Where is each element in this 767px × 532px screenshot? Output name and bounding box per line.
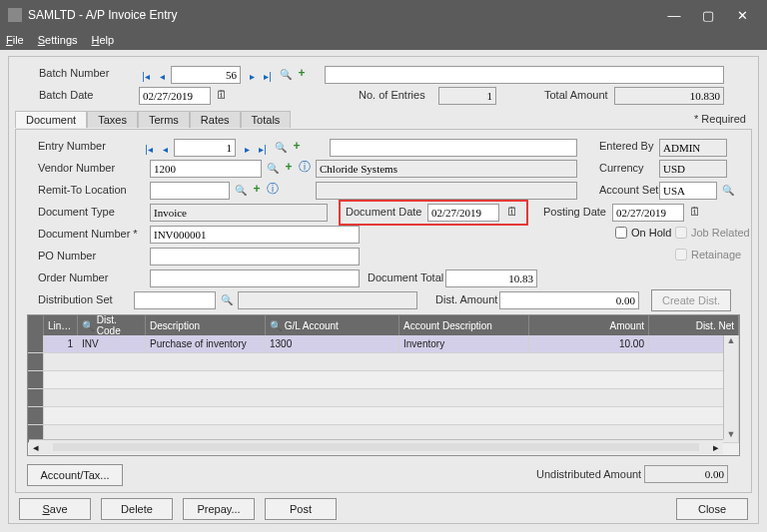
distribution-set-input[interactable]: [134, 291, 216, 309]
batch-date-calendar-icon[interactable]: 🗓: [215, 88, 229, 102]
entry-number-label: Entry Number: [38, 140, 106, 152]
grid-hscroll[interactable]: ◂▸: [29, 439, 723, 454]
grid-header: Lin… Dist. Code Description G/L Account …: [28, 315, 739, 335]
vendor-new-icon[interactable]: +: [282, 160, 296, 174]
batch-first-icon[interactable]: |◂: [139, 68, 153, 84]
search-icon: [270, 320, 282, 331]
po-number-input[interactable]: [150, 248, 360, 266]
batch-find-icon[interactable]: [279, 67, 293, 81]
account-set-label: Account Set: [599, 184, 658, 196]
entry-description-input[interactable]: [330, 139, 577, 157]
document-date-input[interactable]: [427, 204, 499, 222]
prepay-button[interactable]: Prepay...: [183, 498, 255, 520]
document-number-input[interactable]: [150, 226, 360, 244]
batch-new-icon[interactable]: +: [295, 66, 309, 80]
vendor-info-icon[interactable]: ⓘ: [298, 160, 312, 174]
total-amount-label: Total Amount: [544, 89, 608, 101]
tab-taxes[interactable]: Taxes: [87, 111, 138, 128]
currency-label: Currency: [599, 162, 644, 174]
distribution-set-label: Distribution Set: [38, 293, 113, 305]
vendor-number-input[interactable]: [150, 160, 262, 178]
entry-last-icon[interactable]: ▸|: [256, 141, 270, 157]
app-icon: [8, 8, 22, 22]
vendor-name-value: [316, 160, 577, 178]
document-date-label: Document Date: [346, 206, 421, 218]
dist-amount-input[interactable]: [499, 291, 639, 309]
tab-rates[interactable]: Rates: [190, 111, 241, 128]
maximize-button[interactable]: ▢: [691, 0, 725, 30]
batch-date-input[interactable]: [139, 87, 211, 105]
dist-amount-label: Dist. Amount: [435, 293, 497, 305]
search-icon: [82, 320, 94, 331]
main-panel: Batch Number |◂ ◂ ▸ ▸| + Batch Date 🗓 No…: [8, 56, 759, 524]
distribution-grid[interactable]: Lin… Dist. Code Description G/L Account …: [27, 314, 740, 456]
batch-number-input[interactable]: [171, 66, 241, 84]
posting-date-label: Posting Date: [543, 206, 606, 218]
retainage-checkbox: Retainage: [675, 249, 741, 261]
grid-row-1[interactable]: 1 INV Purchase of inventory 1300 Invento…: [28, 335, 739, 353]
entered-by-value: [659, 139, 727, 157]
distribution-set-find-icon[interactable]: [220, 292, 234, 306]
col-dist-net: Dist. Net: [649, 315, 739, 335]
posting-date-input[interactable]: [612, 204, 684, 222]
col-amount: Amount: [529, 315, 649, 335]
account-set-input[interactable]: [659, 182, 717, 200]
total-amount-value: [614, 87, 724, 105]
remit-to-label: Remit-To Location: [38, 184, 127, 196]
posting-date-calendar-icon[interactable]: 🗓: [688, 205, 702, 219]
vendor-number-label: Vendor Number: [38, 162, 115, 174]
tab-terms[interactable]: Terms: [138, 111, 190, 128]
save-button[interactable]: SSaveave: [19, 498, 91, 520]
order-number-label: Order Number: [38, 271, 108, 283]
delete-button[interactable]: Delete: [101, 498, 173, 520]
document-type-value[interactable]: [150, 204, 328, 222]
account-tax-button[interactable]: Account/Tax...: [27, 464, 123, 486]
required-label: * Required: [694, 113, 746, 125]
remit-to-input[interactable]: [150, 182, 230, 200]
batch-number-label: Batch Number: [39, 67, 109, 79]
tab-strip: Document Taxes Terms Rates Totals: [15, 111, 291, 128]
on-hold-checkbox[interactable]: On Hold: [615, 227, 671, 239]
entry-first-icon[interactable]: |◂: [142, 141, 156, 157]
batch-next-icon[interactable]: ▸: [245, 68, 259, 84]
document-total-input[interactable]: [445, 269, 537, 287]
entry-number-input[interactable]: [174, 139, 236, 157]
col-gl-account: G/L Account: [266, 315, 399, 335]
document-total-label: Document Total: [368, 271, 443, 283]
batch-date-label: Batch Date: [39, 89, 93, 101]
col-account-description: Account Description: [399, 315, 529, 335]
account-set-find-icon[interactable]: [721, 183, 735, 197]
po-number-label: PO Number: [38, 250, 96, 262]
close-window-button[interactable]: ✕: [725, 0, 759, 30]
remit-info-icon[interactable]: ⓘ: [266, 182, 280, 196]
undistributed-amount-value: [644, 465, 728, 483]
remit-find-icon[interactable]: [234, 183, 248, 197]
entry-next-icon[interactable]: ▸: [240, 141, 254, 157]
post-button[interactable]: Post: [265, 498, 337, 520]
menu-settings[interactable]: Settings: [38, 34, 78, 46]
remit-new-icon[interactable]: +: [250, 182, 264, 196]
title-bar: SAMLTD - A/P Invoice Entry — ▢ ✕: [0, 0, 767, 30]
tab-document[interactable]: Document: [15, 111, 87, 128]
vendor-find-icon[interactable]: [266, 161, 280, 175]
close-button[interactable]: Close: [676, 498, 748, 520]
menu-bar: File Settings Help: [0, 30, 767, 50]
undistributed-amount-label: Undistributed Amount: [536, 468, 641, 480]
entry-new-icon[interactable]: +: [290, 139, 304, 153]
document-date-calendar-icon[interactable]: 🗓: [505, 205, 519, 219]
entry-prev-icon[interactable]: ◂: [158, 141, 172, 157]
currency-value: [659, 160, 727, 178]
batch-last-icon[interactable]: ▸|: [261, 68, 275, 84]
tab-totals[interactable]: Totals: [241, 111, 292, 128]
entry-find-icon[interactable]: [274, 140, 288, 154]
minimize-button[interactable]: —: [657, 0, 691, 30]
menu-file[interactable]: File: [6, 34, 24, 46]
grid-vscroll[interactable]: ▲▼: [723, 335, 738, 439]
batch-description-input[interactable]: [325, 66, 724, 84]
col-dist-code: Dist. Code: [78, 315, 146, 335]
no-entries-value: [438, 87, 496, 105]
batch-prev-icon[interactable]: ◂: [155, 68, 169, 84]
order-number-input[interactable]: [150, 269, 360, 287]
window-title: SAMLTD - A/P Invoice Entry: [28, 8, 657, 22]
menu-help[interactable]: Help: [92, 34, 115, 46]
